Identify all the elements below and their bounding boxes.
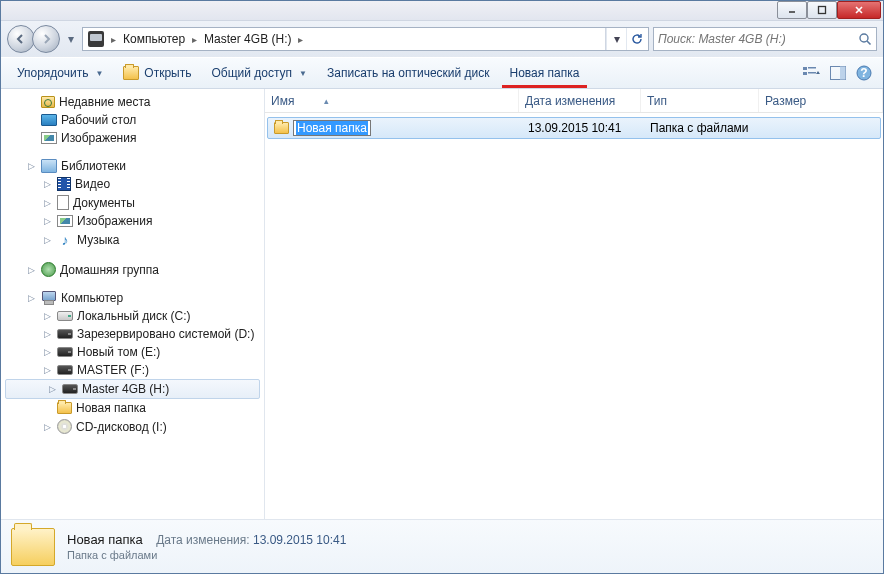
folder-icon <box>57 402 72 414</box>
sidebar-item-drive-c[interactable]: ▷Локальный диск (C:) <box>1 307 264 325</box>
drive-icon <box>57 311 73 321</box>
file-type: Папка с файлами <box>644 121 762 135</box>
column-date[interactable]: Дата изменения <box>519 89 641 112</box>
navigation-bar: ▾ ▸ Компьютер ▸ Master 4GB (H:) ▸ ▾ <box>1 21 883 57</box>
minimize-button[interactable] <box>777 1 807 19</box>
sidebar-item-recent[interactable]: Недавние места <box>1 93 264 111</box>
svg-rect-9 <box>840 67 846 80</box>
organize-button[interactable]: Упорядочить▼ <box>9 63 111 83</box>
chevron-right-icon[interactable]: ▸ <box>107 34 120 45</box>
drive-icon <box>88 31 104 47</box>
file-row[interactable]: Новая папка 13.09.2015 10:41 Папка с фай… <box>267 117 881 139</box>
file-list-pane: Имя Дата изменения Тип Размер Новая папк… <box>265 89 883 519</box>
breadcrumb-drive[interactable]: Master 4GB (H:) <box>201 30 294 48</box>
search-input[interactable] <box>658 32 858 46</box>
file-list[interactable]: Новая папка 13.09.2015 10:41 Папка с фай… <box>265 113 883 519</box>
folder-large-icon <box>11 528 55 566</box>
share-button[interactable]: Общий доступ▼ <box>203 63 315 83</box>
sidebar-item-cd[interactable]: ▷CD-дисковод (I:) <box>1 417 264 436</box>
help-button[interactable]: ? <box>853 62 875 84</box>
breadcrumb-computer[interactable]: Компьютер <box>120 30 188 48</box>
svg-line-3 <box>867 41 871 45</box>
forward-button[interactable] <box>32 25 60 53</box>
video-icon <box>57 177 71 191</box>
pictures-icon <box>41 132 57 144</box>
details-pane: Новая папка Дата изменения: 13.09.2015 1… <box>1 519 883 573</box>
details-mod-value: 13.09.2015 10:41 <box>253 533 346 547</box>
pictures-icon <box>57 215 73 227</box>
new-folder-button[interactable]: Новая папка <box>502 63 588 83</box>
svg-rect-1 <box>819 7 826 14</box>
chevron-right-icon[interactable]: ▸ <box>294 34 307 45</box>
sidebar-item-music[interactable]: ▷♪Музыка <box>1 230 264 250</box>
sidebar-item-libraries[interactable]: ▷Библиотеки <box>1 157 264 175</box>
sidebar-item-pictures[interactable]: Изображения <box>1 129 264 147</box>
folder-icon <box>274 122 289 134</box>
address-bar[interactable]: ▸ Компьютер ▸ Master 4GB (H:) ▸ ▾ <box>82 27 649 51</box>
svg-text:?: ? <box>860 66 867 80</box>
search-box[interactable] <box>653 27 877 51</box>
address-dropdown[interactable]: ▾ <box>606 28 626 50</box>
drive-icon <box>62 384 78 394</box>
computer-icon <box>41 291 57 305</box>
titlebar <box>1 1 883 21</box>
toolbar: Упорядочить▼ Открыть Общий доступ▼ Запис… <box>1 57 883 89</box>
file-date: 13.09.2015 10:41 <box>522 121 644 135</box>
sidebar-item-computer[interactable]: ▷Компьютер <box>1 289 264 307</box>
library-icon <box>41 159 57 173</box>
expand-icon[interactable]: ▷ <box>25 161 37 171</box>
burn-button[interactable]: Записать на оптический диск <box>319 63 498 83</box>
column-name[interactable]: Имя <box>265 89 519 112</box>
maximize-button[interactable] <box>807 1 837 19</box>
search-icon[interactable] <box>858 32 872 46</box>
sidebar-item-drive-e[interactable]: ▷Новый том (E:) <box>1 343 264 361</box>
svg-rect-7 <box>808 72 816 74</box>
rename-input[interactable]: Новая папка <box>293 120 371 136</box>
open-button[interactable]: Открыть <box>115 63 199 83</box>
homegroup-icon <box>41 262 56 277</box>
recent-icon <box>41 96 55 108</box>
column-size[interactable]: Размер <box>759 89 883 112</box>
details-type: Папка с файлами <box>67 549 346 561</box>
music-icon: ♪ <box>57 232 73 248</box>
preview-pane-button[interactable] <box>827 62 849 84</box>
back-button[interactable] <box>7 25 35 53</box>
folder-open-icon <box>123 66 139 80</box>
view-options-button[interactable] <box>801 62 823 84</box>
navigation-pane[interactable]: Недавние места Рабочий стол Изображения … <box>1 89 265 519</box>
sidebar-item-new-folder[interactable]: Новая папка <box>1 399 264 417</box>
sidebar-item-desktop[interactable]: Рабочий стол <box>1 111 264 129</box>
cd-icon <box>57 419 72 434</box>
sidebar-item-video[interactable]: ▷Видео <box>1 175 264 193</box>
sidebar-item-drive-d[interactable]: ▷Зарезервировано системой (D:) <box>1 325 264 343</box>
svg-rect-6 <box>808 67 816 69</box>
close-button[interactable] <box>837 1 881 19</box>
desktop-icon <box>41 114 57 126</box>
sidebar-item-documents[interactable]: ▷Документы <box>1 193 264 212</box>
history-dropdown[interactable]: ▾ <box>64 25 78 53</box>
sidebar-item-homegroup[interactable]: ▷Домашняя группа <box>1 260 264 279</box>
svg-rect-5 <box>803 72 807 75</box>
svg-rect-4 <box>803 67 807 70</box>
details-title: Новая папка <box>67 532 143 547</box>
column-type[interactable]: Тип <box>641 89 759 112</box>
drive-icon <box>57 329 73 339</box>
sidebar-item-drive-h[interactable]: ▷Master 4GB (H:) <box>5 379 260 399</box>
column-headers: Имя Дата изменения Тип Размер <box>265 89 883 113</box>
drive-icon <box>57 365 73 375</box>
details-mod-label: Дата изменения: <box>156 533 250 547</box>
chevron-right-icon[interactable]: ▸ <box>188 34 201 45</box>
sidebar-item-lib-pictures[interactable]: ▷Изображения <box>1 212 264 230</box>
sidebar-item-drive-f[interactable]: ▷MASTER (F:) <box>1 361 264 379</box>
svg-point-2 <box>860 34 868 42</box>
refresh-button[interactable] <box>626 28 646 50</box>
drive-icon <box>57 347 73 357</box>
document-icon <box>57 195 69 210</box>
